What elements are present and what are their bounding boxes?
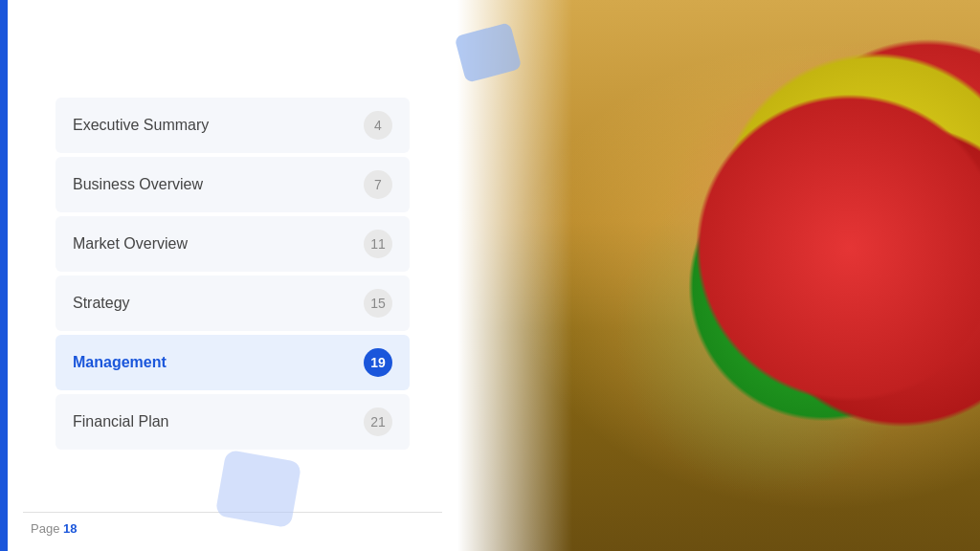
toc-item-page: 15 [364, 289, 392, 318]
toc-item-label: Management [73, 354, 167, 371]
toc-list: Executive Summary4Business Overview7Mark… [56, 98, 410, 453]
toc-item-executive-summary[interactable]: Executive Summary4 [56, 98, 410, 153]
right-image-panel [457, 0, 980, 551]
toc-item-label: Strategy [73, 295, 130, 312]
toc-item-management[interactable]: Management19 [56, 335, 410, 390]
toc-item-label: Market Overview [73, 235, 188, 253]
current-page-number: 18 [63, 521, 77, 536]
page-container: Executive Summary4Business Overview7Mark… [0, 0, 980, 551]
toc-item-page: 11 [364, 230, 392, 258]
toc-item-page: 19 [364, 348, 392, 377]
toc-item-label: Executive Summary [73, 117, 209, 134]
toc-item-financial-plan[interactable]: Financial Plan21 [56, 394, 410, 450]
toc-item-page: 21 [364, 408, 392, 436]
left-accent-bar [0, 0, 8, 551]
image-fade-overlay [457, 0, 572, 551]
toc-item-page: 7 [364, 170, 392, 199]
decorative-shape-bottom [215, 450, 302, 529]
toc-item-strategy[interactable]: Strategy15 [56, 276, 410, 331]
toc-item-market-overview[interactable]: Market Overview11 [56, 216, 410, 272]
page-number-label: Page 18 [31, 521, 77, 536]
page-label-text: Page [31, 521, 63, 536]
toc-item-label: Business Overview [73, 176, 203, 193]
toc-item-label: Financial Plan [73, 413, 169, 430]
toc-item-page: 4 [364, 111, 392, 140]
toc-item-business-overview[interactable]: Business Overview7 [56, 157, 410, 212]
